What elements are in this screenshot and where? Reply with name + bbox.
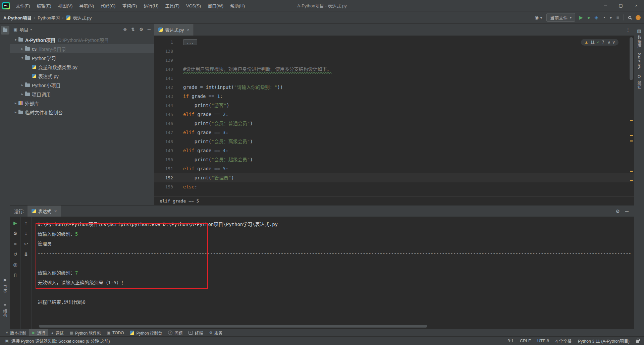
- tool-window-button[interactable]: !问题: [165, 329, 185, 336]
- code-line[interactable]: 144 print("游客"): [154, 101, 634, 110]
- tool-window-button[interactable]: ▣TODO: [104, 329, 127, 336]
- search-button[interactable]: [628, 16, 631, 19]
- close-icon[interactable]: ×: [187, 27, 190, 32]
- scrollbar-thumb[interactable]: [630, 37, 633, 80]
- run-config-selector[interactable]: 当前文件 ▾: [546, 13, 575, 22]
- chevron-down-icon[interactable]: ▾: [19, 56, 25, 60]
- tool-window-button[interactable]: ▦Python 软件包: [67, 329, 104, 336]
- code-line[interactable]: 1...: [154, 38, 634, 47]
- warning-mark[interactable]: [630, 120, 633, 121]
- chevron-down-icon[interactable]: ▾: [30, 27, 32, 31]
- restore-layout-icon[interactable]: ↺: [13, 251, 17, 257]
- code-line[interactable]: 145elif grade == 2:: [154, 110, 634, 119]
- down-icon[interactable]: ↓: [25, 231, 27, 236]
- tool-stripe-button[interactable]: Ω通知: [636, 74, 642, 90]
- code-line[interactable]: 147elif grade == 3:: [154, 128, 634, 137]
- locate-button[interactable]: ⊕: [123, 27, 127, 32]
- code-line[interactable]: 141: [154, 74, 634, 83]
- menu-item[interactable]: 窗口(W): [204, 0, 227, 11]
- code-line[interactable]: 150 print("会员：超级会员"): [154, 155, 634, 164]
- breadcrumb-item[interactable]: A-Python项目: [3, 14, 32, 21]
- breadcrumb-item[interactable]: Python学习: [38, 14, 60, 21]
- chevron-down-button[interactable]: ▾: [540, 15, 542, 20]
- menu-item[interactable]: 视图(V): [55, 0, 76, 11]
- chevron-right-icon[interactable]: ▸: [19, 92, 25, 96]
- status-message[interactable]: 连接 Python 调试器失败: Socket closed (8 分钟 之前): [11, 338, 110, 344]
- code-line[interactable]: 139: [154, 56, 634, 65]
- project-tool-button[interactable]: [1, 26, 9, 35]
- lock-icon[interactable]: [636, 340, 639, 343]
- tool-window-button[interactable]: Y版本控制: [3, 329, 29, 336]
- scroll-end-icon[interactable]: ⇊: [24, 251, 28, 257]
- pin-icon[interactable]: ◎: [13, 262, 17, 267]
- tool-stripe-button[interactable]: ▤数据库: [636, 28, 642, 48]
- code-line[interactable]: 148 print("会员：高级会员"): [154, 137, 634, 146]
- warning-mark[interactable]: [630, 135, 633, 136]
- console-output[interactable]: D:\Python\A-Python项目\cs\Scripts\python.e…: [32, 217, 634, 329]
- tool-window-button[interactable]: ▶运行: [29, 329, 48, 336]
- status-item[interactable]: 4 个空格: [555, 338, 572, 344]
- close-icon[interactable]: ×: [54, 209, 57, 214]
- debug-button[interactable]: ●: [587, 15, 590, 20]
- chevron-down-icon[interactable]: ▾: [13, 38, 18, 42]
- expand-collapse-button[interactable]: ⇅: [131, 27, 135, 32]
- menu-item[interactable]: 文件(F): [12, 0, 34, 11]
- update-button[interactable]: ↑: [636, 15, 641, 20]
- maximize-button[interactable]: ▢: [613, 0, 629, 11]
- up-icon[interactable]: ↑: [25, 220, 27, 226]
- status-item[interactable]: CRLF: [520, 339, 531, 343]
- menu-item[interactable]: 帮助(H): [227, 0, 248, 11]
- horizontal-scrollbar[interactable]: [39, 325, 427, 328]
- tree-item[interactable]: ▸Python小项目: [10, 80, 154, 90]
- stop-icon[interactable]: ■: [14, 241, 16, 246]
- menu-item[interactable]: VCS(S): [183, 0, 204, 11]
- warning-mark[interactable]: [630, 140, 633, 141]
- status-item[interactable]: Python 3.11 (A-Python项目): [578, 338, 630, 344]
- more-options-icon[interactable]: ⋮: [626, 27, 631, 33]
- code-line[interactable]: 146 print("会员：普通会员"): [154, 119, 634, 128]
- softwrap-icon[interactable]: ↩: [24, 241, 28, 246]
- tree-item[interactable]: ▾A-Python项目D:\Python\A-Python项目: [10, 35, 154, 44]
- run-button[interactable]: ▶: [579, 15, 583, 20]
- chevron-down-small-icon[interactable]: ∨: [612, 40, 615, 45]
- tree-item[interactable]: ▸临时文件和控制台: [10, 108, 154, 117]
- user-button[interactable]: ◉: [535, 15, 539, 20]
- menu-item[interactable]: 工具(T): [162, 0, 183, 11]
- close-button[interactable]: ×: [629, 0, 644, 11]
- code-line[interactable]: 153else:: [154, 182, 634, 191]
- menu-item[interactable]: 代码(C): [97, 0, 119, 11]
- tree-item[interactable]: ▸cslibrary根目录: [10, 44, 154, 53]
- rerun-icon[interactable]: ▶: [13, 220, 17, 226]
- code-line[interactable]: 138: [154, 47, 634, 56]
- editor-scrollbar[interactable]: [629, 36, 634, 196]
- tool-window-button[interactable]: Python 控制台: [127, 329, 165, 336]
- tool-stripe-button[interactable]: ≡结构: [2, 302, 8, 318]
- coverage-button[interactable]: ◈: [594, 15, 598, 20]
- settings-button[interactable]: ⚙: [616, 209, 620, 214]
- code-line[interactable]: 151elif grade == 5:: [154, 164, 634, 173]
- status-item[interactable]: 9:1: [508, 339, 514, 343]
- code-line[interactable]: 140#设计用户管理模块，对用户身份进行判断。使用多分支结构设计如下。: [154, 65, 634, 74]
- menu-item[interactable]: 运行(U): [140, 0, 162, 11]
- tree-item[interactable]: ▸外部库: [10, 99, 154, 108]
- breadcrumb-item[interactable]: 表达式.py: [73, 14, 92, 21]
- project-panel-title[interactable]: 项目: [19, 26, 28, 33]
- folded-region[interactable]: ...: [183, 39, 197, 45]
- tree-item[interactable]: ▾Python学习: [10, 53, 154, 62]
- hide-button[interactable]: ─: [625, 209, 629, 214]
- warning-mark[interactable]: [630, 180, 633, 181]
- tree-item[interactable]: ▸项目调用: [10, 90, 154, 99]
- code-line[interactable]: 152 print("管理员"): [154, 173, 634, 182]
- chevron-right-icon[interactable]: ▸: [13, 110, 18, 114]
- tool-window-button[interactable]: 终端: [185, 329, 206, 336]
- tool-stripe-button[interactable]: ⚑书签: [2, 278, 8, 293]
- chevron-right-icon[interactable]: ▸: [19, 47, 25, 51]
- chevron-right-icon[interactable]: ▸: [19, 83, 25, 87]
- code-line[interactable]: 149elif grade == 4:: [154, 146, 634, 155]
- hide-button[interactable]: ─: [148, 27, 151, 32]
- menu-item[interactable]: 导航(N): [76, 0, 97, 11]
- inspections-widget[interactable]: ▲11 ✓7 ∧∨: [581, 39, 619, 46]
- chevron-down-button[interactable]: ▾: [610, 15, 612, 20]
- code-line[interactable]: 143if grade == 1:: [154, 92, 634, 101]
- tool-stripe-button[interactable]: SciView: [637, 53, 642, 69]
